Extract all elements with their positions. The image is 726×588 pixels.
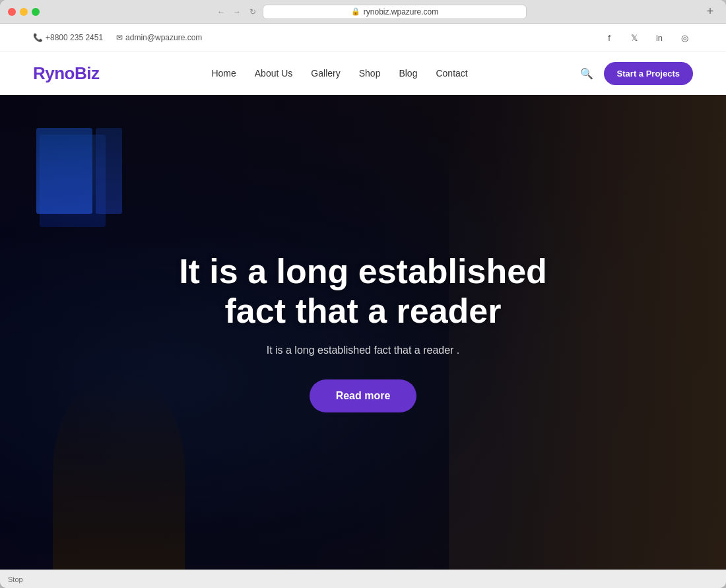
minimize-button[interactable] [20, 8, 28, 16]
nav-about[interactable]: About Us [255, 68, 293, 79]
status-text: Stop [8, 575, 23, 583]
search-button[interactable]: 🔍 [580, 67, 593, 80]
lock-icon: 🔒 [351, 7, 360, 16]
blue-window-right [96, 128, 122, 214]
browser-window: ← → ↻ 🔒 rynobiz.wpazure.com + 📞 +8800 23… [0, 0, 726, 588]
nav-contact[interactable]: Contact [436, 68, 467, 79]
hero-text-content: It is a long established fact that a rea… [132, 226, 594, 439]
blue-window-left [36, 128, 92, 214]
logo-part1: Ryno [33, 63, 75, 83]
address-bar-area: ← → ↻ 🔒 rynobiz.wpazure.com [45, 5, 697, 19]
forward-button[interactable]: → [231, 6, 243, 18]
site-logo[interactable]: RynoBiz [33, 63, 100, 84]
nav-home[interactable]: Home [211, 68, 236, 79]
read-more-button[interactable]: Read more [310, 379, 417, 412]
url-text: rynobiz.wpazure.com [364, 7, 438, 16]
email-info: ✉ admin@wpazure.com [116, 33, 202, 42]
phone-number: +8800 235 2451 [46, 33, 103, 42]
nav-shop[interactable]: Shop [359, 68, 381, 79]
facebook-icon[interactable]: f [601, 29, 618, 46]
twitter-icon[interactable]: 𝕏 [626, 29, 643, 46]
main-nav: Home About Us Gallery Shop Blog Contact [211, 68, 467, 79]
nav-gallery[interactable]: Gallery [311, 68, 340, 79]
instagram-icon[interactable]: ◎ [676, 29, 693, 46]
main-navbar: RynoBiz Home About Us Gallery Shop Blog … [0, 52, 726, 95]
new-tab-button[interactable]: + [702, 4, 718, 20]
topbar-social-links: f 𝕏 in ◎ [601, 29, 693, 46]
browser-statusbar: Stop [0, 570, 726, 588]
phone-info: 📞 +8800 235 2451 [33, 33, 103, 42]
email-icon: ✉ [116, 33, 123, 42]
navbar-right: 🔍 Start a Projects [580, 62, 693, 85]
reload-button[interactable]: ↻ [247, 6, 259, 18]
website-content: 📞 +8800 235 2451 ✉ admin@wpazure.com f 𝕏… [0, 24, 726, 570]
linkedin-icon[interactable]: in [651, 29, 668, 46]
nav-blog[interactable]: Blog [399, 68, 417, 79]
hero-title: It is a long established fact that a rea… [158, 252, 568, 331]
url-input[interactable]: 🔒 rynobiz.wpazure.com [263, 5, 527, 19]
topbar-contact-info: 📞 +8800 235 2451 ✉ admin@wpazure.com [33, 33, 202, 42]
hero-section: It is a long established fact that a rea… [0, 95, 726, 570]
browser-titlebar: ← → ↻ 🔒 rynobiz.wpazure.com + [0, 0, 726, 24]
maximize-button[interactable] [32, 8, 40, 16]
logo-part2: Biz [75, 63, 100, 83]
start-project-button[interactable]: Start a Projects [604, 62, 693, 85]
close-button[interactable] [8, 8, 16, 16]
hero-subtitle: It is a long established fact that a rea… [158, 344, 568, 356]
info-topbar: 📞 +8800 235 2451 ✉ admin@wpazure.com f 𝕏… [0, 24, 726, 52]
phone-icon: 📞 [33, 33, 43, 42]
email-address: admin@wpazure.com [125, 33, 202, 42]
browser-traffic-lights [8, 8, 40, 16]
back-button[interactable]: ← [215, 6, 227, 18]
